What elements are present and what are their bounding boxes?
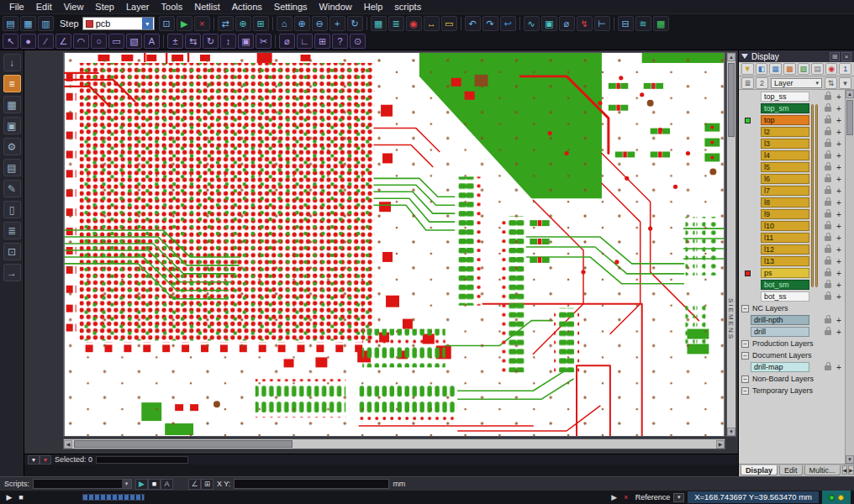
components-icon[interactable]: ▣ [3,117,21,134]
redo-icon[interactable]: ↷ [482,16,498,31]
matrix-icon[interactable]: ▦ [3,96,21,113]
mirror-tool-icon[interactable]: ⇆ [185,34,201,49]
lock-icon[interactable] [825,248,831,253]
step-dropdown-arrow[interactable]: ▾ [142,18,153,29]
redraw-icon[interactable]: ↻ [347,16,363,31]
stop-button[interactable]: ■ [15,493,27,501]
open-job-icon[interactable]: ▦ [20,16,36,31]
add-to-set-icon[interactable]: + [835,292,843,302]
display-panel-header[interactable]: Display ⊞× [739,50,854,62]
layer-row-l10[interactable]: l10+ [739,220,854,232]
layer-row-l2[interactable]: l2+ [739,126,854,138]
snapshot-icon[interactable]: ⊟ [618,16,634,31]
add-to-set-icon[interactable]: + [835,151,843,160]
section-production-layers[interactable]: −Production Layers [739,338,854,349]
add-to-set-icon[interactable]: + [835,198,843,207]
lock-icon[interactable] [825,142,831,147]
collapse-icon[interactable]: − [741,387,749,395]
lock-icon[interactable] [825,224,831,229]
surface-tool-icon[interactable]: ▧ [126,34,142,49]
classes-icon[interactable]: ◧ [756,63,768,75]
section-nc-layers[interactable]: −NC Layers [739,302,854,314]
tab-edit[interactable]: Edit [779,465,803,475]
section-non-board-layers[interactable]: −Non-Board Layers [739,373,854,385]
swatch-button[interactable]: ■ [148,479,161,490]
stackup-icon[interactable]: ≣ [388,16,404,31]
menu-layer[interactable]: Layer [120,0,156,14]
select-icon[interactable]: ↖ [3,34,18,49]
lock-icon[interactable] [825,165,831,171]
return-icon[interactable]: ↩ [500,16,516,31]
scroll-left-button[interactable]: ◀ [64,440,72,449]
scroll-up-button[interactable]: ▲ [727,53,735,61]
scroll-right-button[interactable]: ▶ [716,440,725,449]
components-icon[interactable]: ▣ [541,16,557,31]
menu-window[interactable]: Window [314,0,358,14]
polyline-tool-icon[interactable]: ∠ [55,34,71,49]
tabs-scroll-left[interactable]: ◀ [842,465,848,475]
rout-tool-icon[interactable]: ⌀ [279,34,295,49]
undo-icon[interactable]: ↶ [465,16,481,31]
circle-tool-icon[interactable]: ○ [91,34,107,49]
zoom-out-icon[interactable]: ⊖ [312,16,328,31]
delete-tool-icon[interactable]: ✂ [256,34,271,49]
add-to-set-icon[interactable]: + [835,210,843,219]
lock-icon[interactable] [825,271,831,276]
add-to-set-icon[interactable]: + [835,257,843,266]
layer-row-bot_ss[interactable]: bot_ss+ [739,291,854,302]
silkscreen-icon[interactable]: ▤ [811,63,824,75]
layer-row-l3[interactable]: l3+ [739,138,854,150]
menu-view[interactable]: View [58,0,90,14]
reference-dropdown[interactable]: ▾ [673,493,684,502]
run-script-icon[interactable]: ▶ [135,479,148,490]
two-badge[interactable]: 2 [756,77,768,89]
add-to-set-icon[interactable]: + [835,328,843,337]
origin-icon[interactable]: ⊕ [235,16,251,31]
rotate-tool-icon[interactable]: ↻ [203,34,219,49]
add-to-set-icon[interactable]: + [835,116,843,125]
lock-icon[interactable] [825,201,831,206]
pad-tool-icon[interactable]: ● [20,34,36,49]
library-icon[interactable]: ▤ [3,159,21,176]
chamfer-tool-icon[interactable]: ∟ [297,34,313,49]
add-to-set-icon[interactable]: + [835,139,843,149]
lock-icon[interactable] [825,260,831,265]
pan-icon[interactable]: + [329,16,345,31]
add-to-set-icon[interactable]: + [835,245,843,255]
step-selector[interactable]: pcb ▾ [82,17,155,30]
menu-scripts[interactable]: scripts [388,0,427,14]
add-to-set-icon[interactable]: + [835,175,843,184]
tab-display[interactable]: Display [741,465,778,475]
dock-icon[interactable]: ⊞ [830,52,840,61]
lock-icon[interactable] [825,154,831,159]
layer-row-l5[interactable]: l5+ [739,161,854,173]
close-icon[interactable]: × [841,52,851,61]
board-view-icon[interactable]: ▦ [769,63,782,75]
vertical-scroll-thumb[interactable] [728,63,735,137]
layer-row-top_sm[interactable]: top_sm+ [739,102,854,114]
filter-funnel-icon[interactable]: ▼ [28,455,40,465]
add-to-set-icon[interactable]: + [835,104,843,113]
add-to-set-icon[interactable]: + [835,163,843,172]
new-job-icon[interactable]: ▤ [3,16,18,31]
machine-icon[interactable]: ⊡ [3,243,21,260]
section-document-layers[interactable]: −Document Layers [739,349,854,361]
sort-layers-icon[interactable]: ⇅ [825,77,837,89]
layer-row-top[interactable]: top+ [739,114,854,126]
ruler-icon[interactable]: ▭ [441,16,457,31]
grid-xy-icon[interactable]: ⊞ [201,479,214,490]
run-reference-icon[interactable]: ▶ [609,493,620,501]
lock-icon[interactable] [825,177,831,182]
horizontal-scroll-thumb[interactable] [74,440,293,448]
scroll-down-button[interactable]: ▼ [727,428,735,436]
highlight-net-icon[interactable]: ◉ [406,16,422,31]
import-icon[interactable]: ↓ [3,54,21,71]
collapse-icon[interactable]: − [741,352,749,360]
snap-tool-icon[interactable]: ⊙ [350,34,366,49]
layer-row-l6[interactable]: l6+ [739,173,854,185]
menu-actions[interactable]: Actions [226,0,268,14]
add-to-set-icon[interactable]: + [835,234,843,243]
section-temporary-layers[interactable]: −Temporary Layers [739,385,854,396]
query-tool-icon[interactable]: ? [332,34,348,49]
layer-row-drill-map[interactable]: drill-map+ [739,361,854,373]
